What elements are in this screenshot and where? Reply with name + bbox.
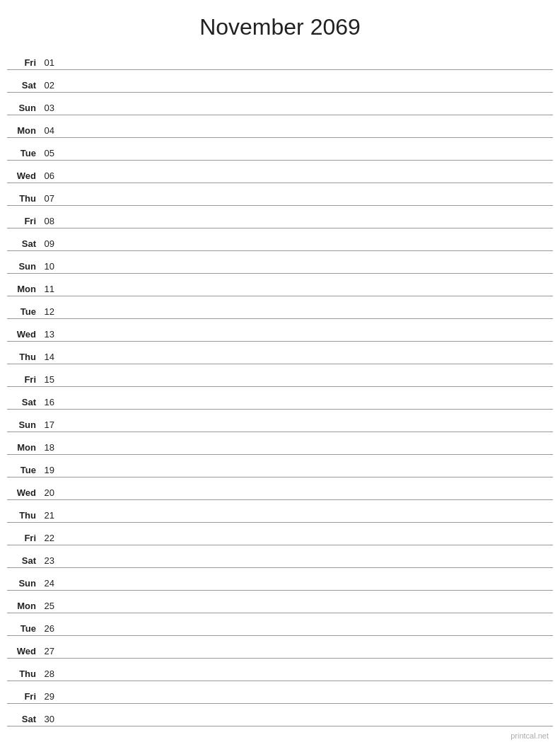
day-row: Fri15 — [7, 364, 553, 387]
day-row: Tue19 — [7, 455, 553, 477]
day-number: 19 — [39, 465, 60, 475]
day-name: Sun — [7, 103, 39, 113]
day-line — [60, 565, 553, 566]
day-line — [60, 497, 553, 498]
day-name: Mon — [7, 442, 39, 453]
day-line — [60, 407, 553, 407]
day-number: 28 — [39, 668, 60, 679]
day-line — [60, 67, 553, 68]
day-name: Fri — [7, 216, 39, 226]
watermark: printcal.net — [511, 731, 549, 740]
day-row: Wed13 — [7, 319, 553, 342]
day-name: Mon — [7, 125, 39, 136]
day-name: Thu — [7, 668, 39, 679]
day-row: Thu07 — [7, 183, 553, 206]
day-row: Mon11 — [7, 274, 553, 296]
day-name: Thu — [7, 510, 39, 521]
day-name: Wed — [7, 487, 39, 498]
day-line — [60, 248, 553, 249]
day-row: Fri22 — [7, 523, 553, 545]
day-row: Fri08 — [7, 206, 553, 228]
day-name: Sat — [7, 397, 39, 407]
day-name: Fri — [7, 533, 39, 543]
day-row: Wed20 — [7, 477, 553, 500]
day-number: 27 — [39, 646, 60, 656]
day-row: Wed27 — [7, 636, 553, 659]
day-number: 22 — [39, 533, 60, 543]
day-name: Wed — [7, 170, 39, 181]
day-number: 08 — [39, 216, 60, 226]
day-number: 11 — [39, 284, 60, 294]
day-number: 04 — [39, 125, 60, 136]
day-line — [60, 429, 553, 430]
day-line — [60, 543, 553, 543]
day-line — [60, 203, 553, 204]
day-row: Tue05 — [7, 138, 553, 161]
day-number: 25 — [39, 601, 60, 611]
day-row: Mon25 — [7, 591, 553, 613]
day-number: 26 — [39, 623, 60, 634]
day-row: Sat16 — [7, 387, 553, 410]
day-line — [60, 135, 553, 136]
day-number: 05 — [39, 148, 60, 158]
day-row: Sun03 — [7, 93, 553, 115]
day-number: 16 — [39, 397, 60, 407]
day-name: Sat — [7, 555, 39, 566]
day-row: Wed06 — [7, 161, 553, 183]
page-title: November 2069 — [0, 0, 560, 47]
day-row: Sun10 — [7, 251, 553, 274]
day-name: Sun — [7, 261, 39, 272]
day-number: 20 — [39, 487, 60, 498]
day-number: 21 — [39, 510, 60, 521]
day-row: Thu28 — [7, 659, 553, 681]
day-line — [60, 271, 553, 272]
day-name: Sun — [7, 419, 39, 430]
day-number: 07 — [39, 193, 60, 204]
day-row: Sat30 — [7, 704, 553, 726]
day-number: 17 — [39, 419, 60, 430]
day-line — [60, 610, 553, 611]
day-number: 03 — [39, 103, 60, 113]
day-line — [60, 316, 553, 317]
day-line — [60, 158, 553, 158]
day-row: Fri01 — [7, 47, 553, 70]
day-name: Tue — [7, 623, 39, 634]
day-number: 15 — [39, 374, 60, 385]
day-line — [60, 361, 553, 362]
day-line — [60, 724, 553, 724]
day-name: Fri — [7, 691, 39, 702]
day-name: Fri — [7, 57, 39, 68]
day-number: 29 — [39, 691, 60, 702]
day-number: 09 — [39, 238, 60, 249]
day-line — [60, 226, 553, 226]
day-line — [60, 112, 553, 113]
day-line — [60, 90, 553, 91]
day-name: Fri — [7, 374, 39, 385]
day-number: 30 — [39, 714, 60, 724]
day-row: Sun17 — [7, 410, 553, 432]
day-number: 02 — [39, 80, 60, 91]
day-number: 23 — [39, 555, 60, 566]
day-name: Sat — [7, 80, 39, 91]
day-name: Tue — [7, 306, 39, 317]
day-number: 13 — [39, 329, 60, 340]
day-name: Wed — [7, 646, 39, 656]
day-line — [60, 294, 553, 294]
day-row: Sun24 — [7, 568, 553, 591]
day-number: 18 — [39, 442, 60, 453]
day-row: Fri29 — [7, 681, 553, 704]
day-name: Mon — [7, 284, 39, 294]
day-line — [60, 475, 553, 475]
day-number: 14 — [39, 352, 60, 362]
day-number: 24 — [39, 578, 60, 589]
day-line — [60, 452, 553, 453]
day-row: Mon04 — [7, 115, 553, 138]
day-number: 12 — [39, 306, 60, 317]
day-line — [60, 656, 553, 656]
day-name: Sat — [7, 238, 39, 249]
day-name: Thu — [7, 193, 39, 204]
day-line — [60, 384, 553, 385]
day-name: Thu — [7, 352, 39, 362]
day-row: Tue12 — [7, 296, 553, 319]
day-number: 10 — [39, 261, 60, 272]
